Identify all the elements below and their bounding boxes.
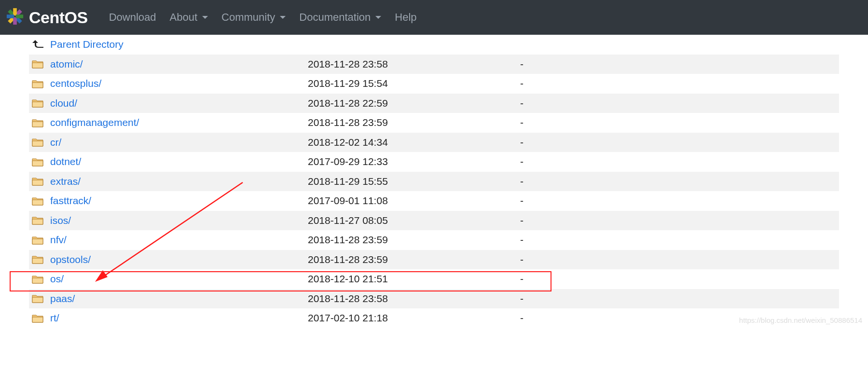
row-name: centosplus/ [50, 78, 308, 89]
nav-help[interactable]: Help [388, 11, 423, 24]
brand-text: CentOS [29, 8, 88, 27]
directory-link[interactable]: isos/ [50, 215, 71, 226]
list-row: fasttrack/2017-09-01 11:08- [29, 191, 839, 211]
row-icon [29, 39, 50, 50]
nav-help-label: Help [395, 11, 416, 24]
list-row: cr/2018-12-02 14:34- [29, 133, 839, 152]
directory-link[interactable]: os/ [50, 273, 64, 284]
row-size: - [520, 137, 549, 148]
svg-rect-4 [13, 8, 17, 15]
folder-icon [32, 235, 43, 245]
row-modified: 2018-11-29 15:55 [308, 176, 520, 187]
row-size: - [520, 176, 549, 187]
list-row: centosplus/2018-11-29 15:54- [29, 74, 839, 94]
directory-link[interactable]: cloud/ [50, 97, 77, 109]
nav-download[interactable]: Download [102, 11, 163, 24]
row-icon [29, 59, 50, 69]
row-modified: 2018-11-27 08:05 [308, 215, 520, 226]
row-icon [29, 98, 50, 108]
logo[interactable]: CentOS [6, 7, 88, 28]
row-size: - [520, 195, 549, 207]
row-modified: 2018-11-28 23:58 [308, 293, 520, 305]
row-size: - [520, 156, 549, 167]
row-modified: 2018-11-28 22:59 [308, 97, 520, 109]
folder-icon [32, 314, 43, 323]
directory-link[interactable]: atomic/ [50, 58, 83, 69]
row-size: - [520, 215, 549, 226]
row-name: isos/ [50, 215, 308, 226]
nav-about[interactable]: About [163, 11, 215, 24]
nav-links: Download About Community Documentation H… [102, 11, 424, 24]
folder-icon [32, 98, 43, 108]
nav-documentation-label: Documentation [299, 11, 371, 24]
row-size: - [520, 234, 549, 246]
directory-link[interactable]: extras/ [50, 176, 81, 187]
directory-link[interactable]: configmanagement/ [50, 117, 139, 128]
list-row: atomic/2018-11-28 23:58- [29, 55, 839, 74]
parent-directory-link[interactable]: Parent Directory [50, 39, 124, 50]
row-size: - [520, 97, 549, 109]
svg-rect-7 [16, 14, 23, 18]
list-row: os/2018-12-10 21:51- [29, 269, 839, 289]
list-row: extras/2018-11-29 15:55- [29, 172, 839, 192]
directory-link[interactable]: rt/ [50, 312, 59, 323]
row-icon [29, 235, 50, 245]
row-size: - [520, 273, 549, 285]
caret-down-icon [375, 16, 381, 19]
folder-icon [32, 255, 43, 264]
row-name: Parent Directory [50, 39, 308, 50]
row-icon [29, 79, 50, 88]
row-size: - [520, 312, 549, 324]
directory-link[interactable]: fasttrack/ [50, 195, 91, 206]
row-modified: 2018-11-28 23:59 [308, 254, 520, 265]
directory-link[interactable]: nfv/ [50, 234, 67, 245]
list-row: nfv/2018-11-28 23:59- [29, 230, 839, 250]
directory-link[interactable]: dotnet/ [50, 156, 81, 167]
row-modified: 2017-09-29 12:33 [308, 156, 520, 167]
nav-download-label: Download [109, 11, 156, 24]
list-row: configmanagement/2018-11-28 23:59- [29, 113, 839, 133]
row-name: nfv/ [50, 234, 308, 246]
folder-icon [32, 79, 43, 88]
row-name: opstools/ [50, 254, 308, 265]
caret-down-icon [280, 16, 286, 19]
directory-link[interactable]: opstools/ [50, 254, 91, 265]
svg-rect-5 [13, 17, 17, 25]
row-icon [29, 177, 50, 186]
row-name: atomic/ [50, 58, 308, 70]
row-name: configmanagement/ [50, 117, 308, 128]
row-size: - [520, 117, 549, 128]
list-row: rt/2017-02-10 21:18- [29, 308, 839, 328]
nav-about-label: About [170, 11, 198, 24]
nav-community[interactable]: Community [215, 11, 292, 24]
row-name: dotnet/ [50, 156, 308, 167]
row-size: - [520, 254, 549, 265]
row-name: paas/ [50, 293, 308, 305]
row-name: extras/ [50, 176, 308, 187]
list-row: opstools/2018-11-28 23:59- [29, 250, 839, 270]
row-modified: 2017-02-10 21:18 [308, 312, 520, 324]
folder-icon [32, 157, 43, 166]
centos-logo-icon [6, 7, 29, 28]
row-name: fasttrack/ [50, 195, 308, 207]
caret-down-icon [202, 16, 208, 19]
row-name: cr/ [50, 137, 308, 148]
row-modified: 2018-11-28 23:59 [308, 234, 520, 246]
row-icon [29, 216, 50, 225]
list-row: cloud/2018-11-28 22:59- [29, 94, 839, 113]
row-modified: 2018-11-28 23:59 [308, 117, 520, 128]
directory-link[interactable]: paas/ [50, 293, 75, 304]
directory-link[interactable]: cr/ [50, 137, 61, 148]
folder-icon [32, 275, 43, 284]
row-icon [29, 314, 50, 323]
row-modified: 2018-11-28 23:58 [308, 58, 520, 70]
row-modified: 2018-12-02 14:34 [308, 137, 520, 148]
directory-link[interactable]: centosplus/ [50, 78, 101, 89]
row-icon [29, 118, 50, 127]
row-modified: 2018-12-10 21:51 [308, 273, 520, 285]
list-row: dotnet/2017-09-29 12:33- [29, 152, 839, 172]
folder-icon [32, 118, 43, 127]
list-row: paas/2018-11-28 23:58- [29, 289, 839, 309]
nav-documentation[interactable]: Documentation [292, 11, 388, 24]
row-size: - [520, 58, 549, 70]
